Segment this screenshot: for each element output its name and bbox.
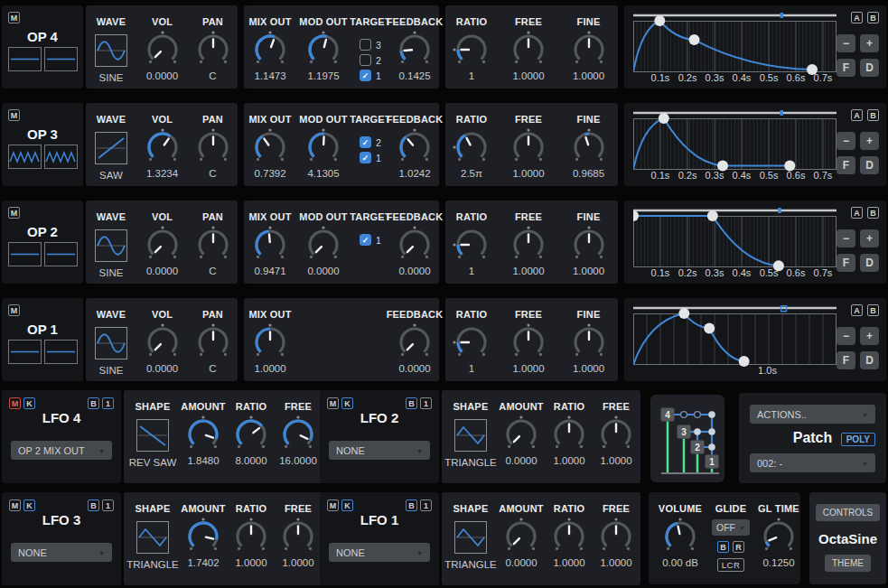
wave-shape-picker[interactable] [95,34,127,67]
lfo-k-button[interactable]: K [341,397,353,409]
controls-button[interactable]: CONTROLS [816,504,881,521]
wave-value[interactable]: SINE [99,365,124,376]
mix-out-value[interactable]: 1.1473 [254,70,285,81]
lfo-m-button[interactable]: M [327,397,339,409]
mix-out-value[interactable]: 0.9471 [254,266,285,276]
operator-mute-button[interactable]: M [8,109,20,121]
envelope-minus-button[interactable]: − [837,132,855,150]
actions-dropdown[interactable]: ACTIONS.. [750,405,875,424]
volume-knob[interactable] [143,127,182,167]
glide-time-knob[interactable] [759,517,799,556]
envelope-f-button[interactable]: F [837,59,855,77]
lfo-amount-value[interactable]: 1.7402 [187,557,219,568]
lfo-k-button[interactable]: K [23,499,35,511]
preset-dropdown[interactable]: 002: - [750,453,875,472]
glide-mode-dropdown[interactable]: OFF [712,519,750,536]
lfo-free-value[interactable]: 1.0000 [600,557,631,568]
lfo-free-knob[interactable] [596,517,636,556]
envelope-f-button[interactable]: F [837,351,855,369]
envelope-f-button[interactable]: F [837,156,855,174]
lfo-amount-knob[interactable] [501,517,541,556]
lfo-b-button[interactable]: B [88,397,99,409]
poly-toggle-button[interactable]: POLY [841,433,875,446]
lfo-ratio-knob[interactable] [549,517,589,556]
master-volume-knob[interactable] [660,517,700,556]
frequency-fine-knob[interactable] [569,322,609,362]
frequency-free-value[interactable]: 1.0000 [512,266,544,276]
mix-out-knob[interactable] [250,30,290,70]
lfo-target-dropdown[interactable]: NONE [329,543,430,562]
lfo-ratio-knob[interactable] [231,415,271,454]
target-checkbox[interactable] [360,70,371,81]
lfo-k-button[interactable]: K [341,499,353,511]
feedback-value[interactable]: 1.0242 [398,168,430,179]
frequency-free-value[interactable]: 1.0000 [512,168,544,179]
frequency-fine-knob[interactable] [569,127,609,167]
volume-knob[interactable] [143,322,182,362]
master-volume-value[interactable]: 0.00 dB [662,557,698,568]
pan-value[interactable]: C [209,266,216,276]
volume-value[interactable]: 0.0000 [146,266,178,276]
mod-out-value[interactable]: 1.1975 [307,70,339,81]
ratio-value[interactable]: 2.5π [461,168,482,179]
envelope-minus-button[interactable]: − [837,229,855,247]
lfo-shape-picker[interactable] [454,419,487,452]
feedback-knob[interactable] [395,322,435,362]
envelope-minus-button[interactable]: − [837,327,855,345]
frequency-fine-value[interactable]: 0.9685 [573,168,604,179]
target-checkbox[interactable] [360,39,371,51]
pan-value[interactable]: C [209,70,216,81]
envelope-plus-button[interactable]: + [860,132,879,150]
feedback-knob[interactable] [395,127,435,167]
lfo-shape-picker[interactable] [136,521,169,554]
lfo-amount-knob[interactable] [501,415,541,454]
mix-out-knob[interactable] [250,225,290,265]
lfo-shape-value[interactable]: REV SAW [129,457,177,468]
envelope-b-button[interactable]: B [867,304,879,316]
envelope-a-button[interactable]: A [851,304,863,316]
pan-value[interactable]: C [209,363,216,374]
ratio-value[interactable]: 1 [469,266,474,276]
lfo-ratio-knob[interactable] [231,517,271,556]
ratio-value[interactable]: 1 [469,363,474,374]
feedback-value[interactable]: 0.1425 [398,70,430,81]
pan-value[interactable]: C [209,168,216,179]
mod-out-value[interactable]: 4.1305 [307,168,339,179]
target-checkbox[interactable] [360,152,371,163]
frequency-free-value[interactable]: 1.0000 [512,363,544,374]
lfo-free-knob[interactable] [278,517,318,556]
lfo-m-button[interactable]: M [9,499,21,511]
target-checkbox[interactable] [360,54,371,66]
feedback-knob[interactable] [395,225,435,265]
volume-value[interactable]: 0.0000 [146,70,178,81]
envelope-minus-button[interactable]: − [837,34,855,52]
glide-r-button[interactable]: R [733,541,744,553]
envelope-display[interactable]: 0.1s0.2s0.3s0.4s0.5s0.6s0.7s [633,13,837,89]
lfo-shape-picker[interactable] [454,521,487,554]
lfo-amount-value[interactable]: 0.0000 [505,557,537,568]
lfo-target-dropdown[interactable]: NONE [11,543,112,562]
lfo-shape-value[interactable]: TRIANGLE [444,457,497,468]
lfo-b-button[interactable]: B [88,499,99,511]
pan-knob[interactable] [193,127,233,167]
ratio-knob[interactable] [452,127,491,167]
lfo-m-button[interactable]: M [327,499,339,511]
lfo-target-dropdown[interactable]: OP 2 MIX OUT [11,441,112,460]
operator-mute-button[interactable]: M [8,12,20,23]
wave-shape-picker[interactable] [95,327,127,359]
lfo-1-button[interactable]: 1 [102,397,114,409]
mix-out-knob[interactable] [250,127,290,167]
frequency-free-knob[interactable] [509,322,548,362]
operator-mute-button[interactable]: M [8,304,20,316]
feedback-knob[interactable] [395,30,435,70]
lfo-ratio-value[interactable]: 1.0000 [553,557,584,568]
lfo-1-button[interactable]: 1 [420,397,432,409]
envelope-plus-button[interactable]: + [860,327,879,345]
mod-out-knob[interactable] [304,30,343,70]
lfo-shape-picker[interactable] [136,419,169,452]
mod-out-knob[interactable] [304,225,343,265]
envelope-b-button[interactable]: B [867,109,879,121]
lfo-k-button[interactable]: K [23,397,35,409]
envelope-a-button[interactable]: A [851,207,863,219]
lfo-shape-value[interactable]: TRIANGLE [444,559,497,570]
